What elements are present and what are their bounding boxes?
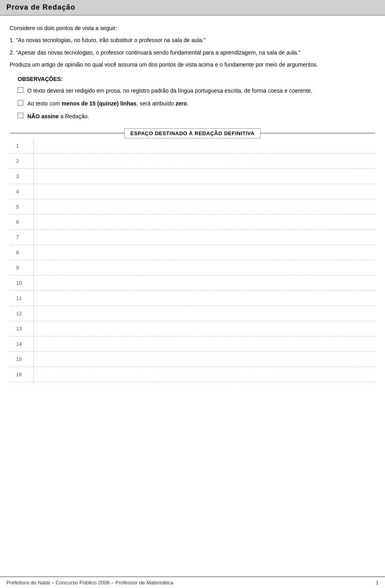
line-number: 14 (10, 337, 34, 351)
writing-row: 11 (10, 291, 375, 306)
line-content (34, 199, 375, 214)
writing-row: 9 (10, 260, 375, 276)
obs-bullet-2 (18, 100, 23, 105)
obs-item-1: O texto deverá ser redigido em prosa, no… (18, 86, 375, 95)
page-wrapper: Prova de Redação Considere os dois ponto… (0, 0, 385, 588)
footer-text: Prefeitura do Natal – Concurso Público 2… (6, 580, 173, 586)
line-number: 13 (10, 321, 34, 336)
line-content (34, 169, 375, 184)
divider-line-left (10, 133, 124, 134)
line-content (34, 184, 375, 199)
intro-consider: Considere os dois pontos de vista a segu… (10, 24, 375, 32)
line-number: 4 (10, 184, 34, 199)
writing-row: 7 (10, 230, 375, 245)
line-content (34, 291, 375, 306)
writing-row: 10 (10, 276, 375, 291)
writing-row: 16 (10, 367, 375, 382)
item1-num: 1. (10, 37, 14, 43)
produce-text: Produza um artigo de opinião no qual voc… (10, 60, 375, 69)
line-content (34, 138, 375, 153)
writing-row: 3 (10, 169, 375, 184)
line-number: 5 (10, 199, 34, 214)
obs2-prefix: Ao texto com (27, 100, 62, 107)
line-content (34, 276, 375, 290)
writing-row: 5 (10, 199, 375, 215)
line-content (34, 230, 375, 245)
line-content (34, 245, 375, 260)
obs-bullet-3 (18, 113, 23, 118)
line-number: 1 (10, 138, 34, 153)
line-content (34, 154, 375, 168)
line-number: 7 (10, 230, 34, 245)
item2-num: 2. (10, 49, 14, 56)
obs-text-3: NÃO assine a Redação. (27, 112, 89, 121)
writing-row: 2 (10, 154, 375, 169)
line-content (34, 321, 375, 336)
line-number: 3 (10, 169, 34, 184)
divider: ESPAÇO DESTINADO À REDAÇÃO DEFINITIVA (10, 128, 375, 138)
writing-row: 13 (10, 321, 375, 337)
obs-item-3: NÃO assine a Redação. (18, 112, 375, 121)
line-content (34, 306, 375, 321)
line-content (34, 337, 375, 351)
line-number: 10 (10, 276, 34, 290)
line-content (34, 260, 375, 275)
obs-text-1: O texto deverá ser redigido em prosa, no… (27, 86, 312, 95)
obs3-suffix: a Redação. (59, 113, 89, 120)
line-number: 6 (10, 215, 34, 229)
line-number: 12 (10, 306, 34, 321)
item2-content: "Apesar das novas tecnologias, o profess… (16, 49, 301, 56)
main-content: Considere os dois pontos de vista a segu… (0, 16, 385, 382)
item1-content: "As novas tecnologias, no futuro, irão s… (16, 37, 206, 43)
footer: Prefeitura do Natal – Concurso Público 2… (0, 576, 385, 588)
obs-text-2: Ao texto com menos de 15 (quinze) linhas… (27, 99, 188, 108)
writing-row: 14 (10, 337, 375, 352)
page-title: Prova de Redação (6, 3, 75, 11)
observacoes-section: OBSERVAÇÕES: O texto deverá ser redigido… (10, 76, 375, 121)
line-number: 2 (10, 154, 34, 168)
line-number: 8 (10, 245, 34, 260)
line-number: 16 (10, 367, 34, 382)
item2-text: 2. "Apesar das novas tecnologias, o prof… (10, 48, 375, 57)
observacoes-title: OBSERVAÇÕES: (18, 76, 375, 82)
divider-label: ESPAÇO DESTINADO À REDAÇÃO DEFINITIVA (124, 128, 261, 138)
writing-row: 1 (10, 138, 375, 154)
writing-row: 8 (10, 245, 375, 260)
line-number: 15 (10, 352, 34, 367)
obs-item-2: Ao texto com menos de 15 (quinze) linhas… (18, 99, 375, 108)
writing-row: 15 (10, 352, 375, 367)
item1-text: 1. "As novas tecnologias, no futuro, irã… (10, 36, 375, 45)
obs-bullet-1 (18, 87, 23, 93)
line-number: 11 (10, 291, 34, 306)
lines-area: 12345678910111213141516 (10, 138, 375, 382)
writing-row: 12 (10, 306, 375, 321)
line-content (34, 367, 375, 382)
obs2-bold: menos de 15 (quinze) linhas (62, 100, 137, 107)
obs2-end: . (187, 100, 188, 107)
line-content (34, 215, 375, 229)
line-content (34, 352, 375, 367)
obs2-suffix: , será atribuído (136, 100, 175, 107)
line-number: 9 (10, 260, 34, 275)
obs2-bold2: zero (176, 100, 187, 107)
footer-page: 1 (376, 580, 379, 586)
header-bar: Prova de Redação (0, 0, 385, 16)
writing-row: 6 (10, 215, 375, 230)
divider-line-right (261, 133, 375, 134)
writing-row: 4 (10, 184, 375, 199)
obs3-bold: NÃO assine (27, 113, 59, 120)
